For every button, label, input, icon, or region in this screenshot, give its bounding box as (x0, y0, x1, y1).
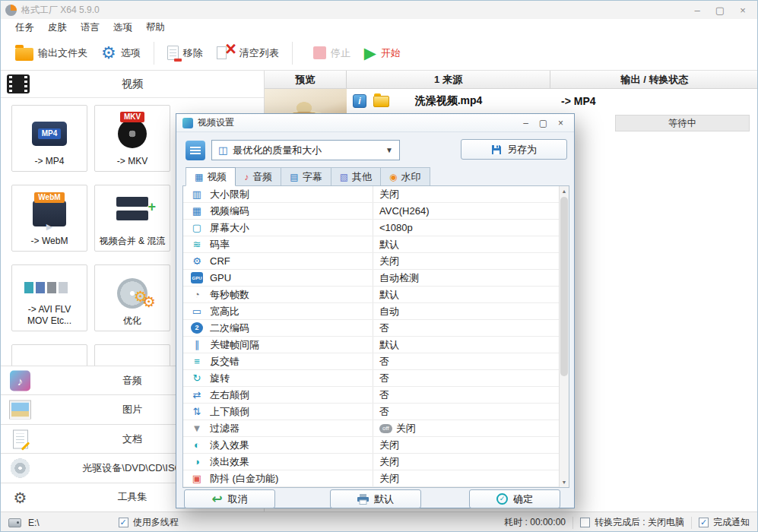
setting-value-cell[interactable]: <1080p (373, 220, 569, 236)
clear-list-icon: × (217, 45, 235, 61)
start-button[interactable]: ▶ 开始 (357, 42, 408, 64)
setting-value-cell[interactable]: off 关闭 (373, 420, 569, 436)
minimize-icon[interactable]: – (686, 1, 709, 19)
setting-value-cell[interactable]: 自动 (373, 303, 569, 319)
menu-item[interactable]: 语言 (74, 20, 106, 36)
setting-row[interactable]: ◑ 淡出效果 关闭 (183, 454, 569, 470)
setting-row[interactable]: ↻ 旋转 否 (183, 370, 569, 387)
remove-button[interactable]: 移除 (160, 43, 210, 63)
setting-row[interactable]: ⇅ 上下颠倒 否 (183, 404, 569, 420)
setting-row[interactable]: ⚙ CRF 关闭 (183, 253, 569, 270)
default-button[interactable]: 默认 (330, 489, 421, 508)
setting-row[interactable]: ◐ 淡入效果 关闭 (183, 437, 569, 454)
setting-row[interactable]: ▥ 大小限制 关闭 (183, 186, 569, 203)
setting-row[interactable]: ∥ 关键帧间隔 默认 (183, 337, 569, 353)
format-tile[interactable]: WebM -> WebM (11, 185, 87, 252)
statusbar-separator (572, 517, 573, 529)
stop-button[interactable]: 停止 (306, 43, 357, 63)
setting-value-cell[interactable]: 默认 (373, 337, 569, 353)
setting-row[interactable]: ≡ 反交错 否 (183, 353, 569, 370)
setting-name-cell: ⚙ CRF (183, 253, 373, 269)
setting-value-cell[interactable]: 默认 (373, 287, 569, 302)
scrollbar-thumb[interactable] (560, 197, 568, 376)
setting-row[interactable]: ≋ 码率 默认 (183, 236, 569, 253)
save-as-button[interactable]: 另存为 (461, 139, 567, 160)
options-button[interactable]: ⚙ 选项 (94, 42, 147, 65)
setting-value-cell[interactable]: 否 (373, 353, 569, 369)
setting-row[interactable]: ◔ 每秒帧数 默认 (183, 287, 569, 303)
format-tile[interactable]: -> AVI FLV MOV Etc... (11, 264, 87, 331)
setting-row[interactable]: ▣ 防抖 (白金功能) 关闭 (183, 470, 569, 487)
multithread-checkbox[interactable]: ✓ (119, 518, 128, 527)
column-header[interactable]: 输出 / 转换状态 (550, 71, 758, 88)
setting-row[interactable]: 2 二次编码 否 (183, 320, 569, 337)
ok-button[interactable]: ✓ 确定 (469, 489, 560, 508)
setting-name-cell: ◐ 淡入效果 (183, 437, 373, 453)
setting-value-cell[interactable]: AVC(H264) (373, 203, 569, 219)
clear-list-button[interactable]: × 清空列表 (210, 42, 286, 64)
dialog-minimize-icon[interactable]: – (517, 114, 534, 132)
cancel-button[interactable]: ↩ 取消 (184, 489, 275, 508)
format-tile[interactable]: 优化 (94, 264, 170, 331)
tab-label: 其他 (352, 170, 372, 184)
dialog-logo-icon (182, 118, 193, 128)
video-category-header[interactable]: 视频 (1, 71, 264, 98)
setting-value-cell[interactable]: 默认 (373, 236, 569, 252)
dialog-maximize-icon[interactable]: ▢ (534, 114, 552, 132)
menu-item[interactable]: 帮助 (139, 20, 172, 36)
setting-value-cell[interactable]: 关闭 (373, 437, 569, 453)
menu-item[interactable]: 皮肤 (41, 20, 74, 36)
dialog-tab[interactable]: ♪ 音频 (236, 167, 281, 186)
setting-row[interactable]: ▢ 屏幕大小 <1080p (183, 220, 569, 236)
output-folder-button[interactable]: 输出文件夹 (8, 43, 94, 64)
setting-name-cell: GPU GPU (183, 270, 373, 286)
dialog-tab[interactable]: ◉ 水印 (381, 167, 430, 186)
scroll-down-icon[interactable]: ▼ (560, 477, 569, 487)
format-tile[interactable]: 视频合并 & 混流 (94, 185, 170, 252)
close-icon[interactable]: × (731, 1, 754, 19)
setting-name-cell: ▼ 过滤器 (183, 420, 373, 436)
format-tiles-area: MP4 -> MP4 MKV -> MKV WebM (11, 105, 180, 366)
setting-value-cell[interactable]: 关闭 (373, 454, 569, 470)
scroll-up-icon[interactable]: ▲ (560, 186, 569, 196)
setting-value-cell[interactable]: 否 (373, 320, 569, 336)
stop-icon (313, 46, 326, 59)
dialog-tab[interactable]: ▤ 字幕 (281, 167, 331, 186)
settings-table: ▥ 大小限制 关闭 ▦ 视频编码 (182, 185, 569, 488)
setting-value: <1080p (379, 222, 413, 233)
setting-row[interactable]: GPU GPU 自动检测 (183, 270, 569, 287)
format-tile-partial[interactable] (94, 344, 170, 366)
column-header[interactable]: 1 来源 (347, 71, 550, 88)
setting-name-cell: ⇅ 上下颠倒 (183, 404, 373, 420)
setting-value-cell[interactable]: 关闭 (373, 470, 569, 486)
setting-value: 自动 (379, 305, 399, 318)
format-tile[interactable]: MKV -> MKV (94, 105, 170, 172)
setting-value-cell[interactable]: 否 (373, 404, 569, 420)
dialog-tab[interactable]: ▧ 其他 (331, 167, 381, 186)
menu-item[interactable]: 任务 (8, 20, 41, 36)
format-tile-partial[interactable] (11, 344, 87, 366)
notify-checkbox[interactable]: ✓ (699, 518, 709, 527)
settings-scrollbar[interactable]: ▲ ▼ (559, 186, 569, 487)
setting-value-cell[interactable]: 关闭 (373, 253, 569, 269)
setting-row[interactable]: ▼ 过滤器 off 关闭 (183, 420, 569, 437)
maximize-icon[interactable]: ▢ (709, 1, 731, 19)
setting-value-cell[interactable]: 否 (373, 370, 569, 386)
format-tile[interactable]: MP4 -> MP4 (11, 105, 87, 172)
setting-row[interactable]: ▭ 宽高比 自动 (183, 303, 569, 320)
multithread-label: 使用多线程 (133, 516, 179, 529)
dialog-close-icon[interactable]: × (552, 114, 569, 132)
setting-value-cell[interactable]: 自动检测 (373, 270, 569, 286)
setting-row[interactable]: ▦ 视频编码 AVC(H264) (183, 203, 569, 220)
category-icon (10, 370, 30, 391)
column-header[interactable]: 预览 (265, 71, 347, 88)
quality-preset-dropdown[interactable]: ◫ 最优化的质量和大小 ▼ (211, 140, 400, 160)
menu-item[interactable]: 选项 (106, 20, 139, 36)
tab-icon: ▤ (290, 173, 298, 182)
setting-value-cell[interactable]: 否 (373, 387, 569, 403)
setting-value-cell[interactable]: 关闭 (373, 186, 569, 202)
cancel-arrow-icon: ↩ (211, 492, 222, 505)
dialog-tab[interactable]: ▦ 视频 (186, 167, 236, 186)
setting-row[interactable]: ⇄ 左右颠倒 否 (183, 387, 569, 404)
shutdown-checkbox[interactable] (580, 518, 590, 527)
